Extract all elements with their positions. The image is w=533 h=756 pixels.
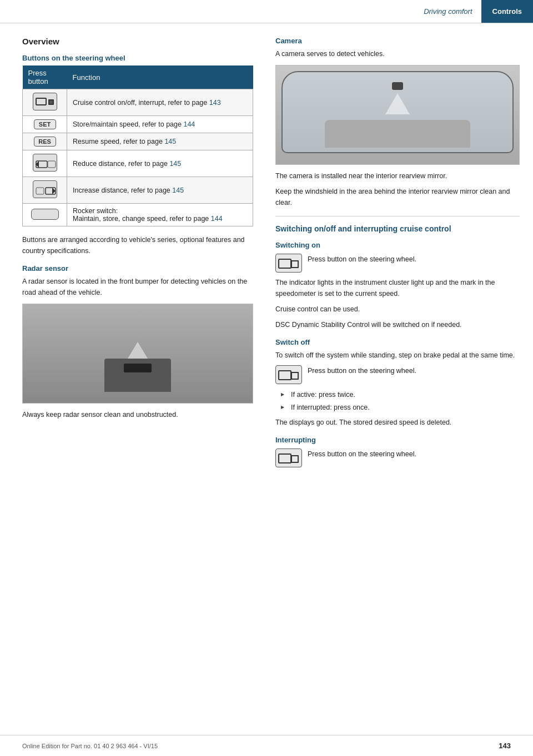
switching-on-body3: DSC Dynamic Stability Control will be sw… [275, 319, 520, 330]
rearview-mirror [392, 82, 403, 90]
header-driving-comfort: Driving comfort [415, 7, 481, 16]
table-row-function-0: Cruise control on/off, interrupt, refer … [67, 89, 253, 116]
page-header: Driving comfort Controls [0, 0, 533, 23]
radar-sensor [124, 364, 152, 372]
steering-wheel-icon-2 [275, 365, 302, 384]
divider1 [275, 216, 520, 216]
page-footer: Online Edition for Part no. 01 40 2 963 … [0, 735, 533, 756]
buttons-section-title: Buttons on the steering wheel [22, 54, 253, 62]
buttons-note: Buttons are arranged according to vehicl… [22, 234, 253, 256]
camera-body: A camera serves to detect vehicles. [275, 48, 520, 59]
svg-rect-3 [36, 188, 44, 194]
footer-page: 143 [499, 742, 511, 750]
footer-text: Online Edition for Part no. 01 40 2 963 … [22, 743, 158, 749]
switching-on-body2: Cruise control can be used. [275, 304, 520, 315]
steering-wheel-icon-3 [275, 448, 302, 467]
steering-wheel-icon-1 [275, 254, 302, 273]
page-link-5[interactable]: 144 [211, 215, 223, 223]
bullet-item-1: If interrupted: press once. [281, 401, 520, 414]
camera-note2: Keep the windshield in the area behind t… [275, 186, 520, 208]
switch-off-body: To switch off the system while standing,… [275, 350, 520, 361]
arrow-up [128, 342, 148, 359]
svg-marker-5 [52, 188, 56, 194]
table-row-icon-4 [23, 177, 67, 204]
radar-note: Always keep radar sensor clean and unobs… [22, 409, 253, 420]
radar-body: A radar sensor is located in the front b… [22, 276, 253, 298]
switch-off-icon-text: Press button on the steering wheel. [308, 365, 416, 376]
switch-off-icon-row: Press button on the steering wheel. [275, 365, 520, 384]
left-column: Overview Buttons on the steering wheel P… [0, 37, 266, 485]
radar-image-inner [23, 304, 253, 403]
table-row-icon-1: SET [23, 116, 67, 133]
switch-off-title: Switch off [275, 338, 520, 346]
camera-image-inner [276, 65, 519, 164]
page-link-1[interactable]: 144 [183, 120, 195, 128]
table-row-icon-0 [23, 89, 67, 116]
table-row-icon-2: RES [23, 133, 67, 150]
svg-rect-2 [48, 161, 56, 168]
switching-on-body1: The indicator lights in the instrument c… [275, 277, 520, 299]
camera-title: Camera [275, 37, 520, 45]
switching-title: Switching on/off and interrupting cruise… [275, 224, 520, 233]
page-link-2[interactable]: 145 [164, 138, 176, 145]
switch-off-note: The displays go out. The stored desired … [275, 417, 520, 428]
set-button-icon: SET [34, 119, 56, 129]
radar-title: Radar sensor [22, 264, 253, 273]
dist-increase-icon [33, 180, 57, 198]
camera-note1: The camera is installed near the interio… [275, 170, 520, 182]
table-row-icon-5 [23, 204, 67, 226]
switching-on-title: Switching on [275, 241, 520, 249]
right-column: Camera A camera serves to detect vehicle… [266, 37, 533, 485]
bullet-item-0: If active: press twice. [281, 389, 520, 401]
rocker-switch-icon [31, 209, 59, 220]
overview-title: Overview [22, 37, 253, 46]
table-col2-header: Function [67, 65, 253, 89]
switch-off-bullets: If active: press twice.If interrupted: p… [281, 389, 520, 414]
page-link-4[interactable]: 145 [172, 187, 184, 194]
interrupting-icon-text: Press button on the steering wheel. [308, 448, 416, 460]
res-button-icon: RES [34, 137, 56, 147]
page-link-0[interactable]: 143 [209, 99, 221, 107]
seats [325, 120, 471, 148]
table-col1-header: Press button [23, 65, 67, 89]
interrupting-title: Interrupting [275, 436, 520, 444]
switching-on-icon-text: Press button on the steering wheel. [308, 254, 416, 265]
page-link-3[interactable]: 145 [169, 160, 181, 168]
buttons-table: Press button Function Cruise control on/… [22, 65, 253, 226]
header-controls: Controls [481, 0, 533, 23]
table-row-function-1: Store/maintain speed, refer to page 144 [67, 116, 253, 133]
table-row-function-4: Increase distance, refer to page 145 [67, 177, 253, 204]
table-row-function-2: Resume speed, refer to page 145 [67, 133, 253, 150]
interrupting-icon-row: Press button on the steering wheel. [275, 448, 520, 467]
table-row-function-3: Reduce distance, refer to page 145 [67, 150, 253, 177]
radar-image [22, 304, 253, 404]
cruise-control-icon [33, 93, 57, 110]
camera-arrow [385, 93, 410, 114]
main-content: Overview Buttons on the steering wheel P… [0, 23, 533, 485]
switching-on-icon-row: Press button on the steering wheel. [275, 254, 520, 273]
table-row-icon-3 [23, 150, 67, 177]
table-row-function-5: Rocker switch:Maintain, store, change sp… [67, 204, 253, 226]
camera-image [275, 65, 520, 165]
dist-reduce-icon [33, 154, 57, 172]
